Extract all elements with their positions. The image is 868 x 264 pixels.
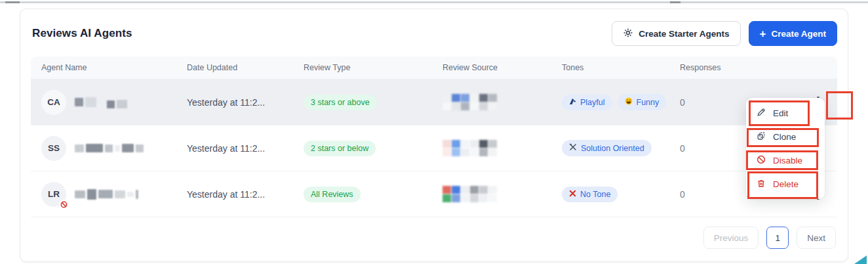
window-top-edge <box>0 1 868 3</box>
top-edge-mark <box>5 1 20 3</box>
review-type-cell: 2 stars or below <box>293 141 432 156</box>
redacted-review-source <box>443 140 497 156</box>
column-header-review-type: Review Type <box>293 63 432 72</box>
reviews-agents-card: Reviews AI Agents Create Starter Agents … <box>20 9 848 262</box>
create-agent-button[interactable]: + Create Agent <box>749 21 837 46</box>
tone-badge: Funny <box>618 94 667 110</box>
ban-icon <box>757 155 766 166</box>
column-header-date-updated: Date Updated <box>176 63 293 72</box>
tones-cell: Solution Oriented <box>551 140 669 156</box>
avatar: SS <box>41 136 66 161</box>
agents-table: Agent Name Date Updated Review Type Revi… <box>31 56 837 258</box>
tone-badge: Solution Oriented <box>562 140 652 156</box>
review-source-cell <box>432 140 551 156</box>
table-row: LR Yesterday at 11:2... All <box>31 171 837 217</box>
page-number-button[interactable]: 1 <box>766 227 789 249</box>
header-actions: Create Starter Agents + Create Agent <box>612 21 837 46</box>
create-agent-label: Create Agent <box>771 29 826 39</box>
avatar: CA <box>41 90 66 115</box>
menu-item-delete[interactable]: Delete <box>746 172 825 196</box>
tones-cell: Playful Funny <box>551 94 669 110</box>
review-type-badge: 3 stars or above <box>304 95 377 110</box>
date-updated-cell: Yesterday at 11:2... <box>176 143 293 154</box>
page-title: Reviews AI Agents <box>32 27 132 40</box>
redacted-name <box>75 144 144 152</box>
avatar-initials: CA <box>47 97 60 107</box>
avatar-initials: SS <box>48 143 60 153</box>
redacted-name <box>75 189 138 200</box>
redacted-review-source <box>443 94 497 110</box>
review-type-cell: 3 stars or above <box>293 95 432 110</box>
menu-item-disable[interactable]: Disable <box>746 148 825 172</box>
column-header-review-source: Review Source <box>432 63 551 72</box>
next-page-button[interactable]: Next <box>797 227 836 249</box>
table-row: CA Yesterday at 11:2... 3 stars or above <box>31 79 837 125</box>
top-edge-mark <box>670 1 681 3</box>
copy-icon <box>757 131 766 143</box>
red-x-icon <box>569 190 576 199</box>
pagination: Previous 1 Next <box>31 217 837 258</box>
corner-cursor-artifact <box>854 255 867 264</box>
hammer-wrench-icon <box>569 143 577 153</box>
laughing-face-icon <box>625 97 633 107</box>
tones-cell: No Tone <box>551 187 669 202</box>
column-header-agent-name: Agent Name <box>31 63 176 72</box>
agent-name-cell: LR <box>31 182 176 207</box>
date-updated-cell: Yesterday at 11:2... <box>176 97 293 108</box>
create-starter-agents-label: Create Starter Agents <box>639 29 729 39</box>
plus-icon: + <box>760 28 766 39</box>
create-starter-agents-button[interactable]: Create Starter Agents <box>612 21 740 46</box>
previous-page-button[interactable]: Previous <box>703 227 759 249</box>
avatar: LR <box>41 182 66 207</box>
review-type-badge: 2 stars or below <box>304 141 376 156</box>
redacted-name <box>75 97 127 108</box>
agent-name-cell: CA <box>31 90 176 115</box>
column-header-tones: Tones <box>551 63 669 72</box>
row-actions-context-menu: Edit Clone Disable Delete <box>746 98 825 199</box>
trash-icon <box>757 179 766 190</box>
tone-badge: No Tone <box>562 187 618 202</box>
redacted-review-source <box>443 186 497 202</box>
menu-item-clone[interactable]: Clone <box>746 125 825 148</box>
avatar-initials: LR <box>48 189 60 199</box>
menu-item-edit[interactable]: Edit <box>746 101 825 125</box>
card-header: Reviews AI Agents Create Starter Agents … <box>20 9 848 56</box>
tone-badge: Playful <box>562 95 612 110</box>
pencil-icon <box>757 108 766 119</box>
date-updated-cell: Yesterday at 11:2... <box>176 189 293 200</box>
slide-icon <box>569 98 576 107</box>
disabled-ban-icon <box>59 200 69 209</box>
review-source-cell <box>432 186 551 202</box>
table-header-row: Agent Name Date Updated Review Type Revi… <box>31 56 837 79</box>
agent-name-cell: SS <box>31 136 176 161</box>
review-source-cell <box>432 94 551 110</box>
review-type-badge: All Reviews <box>304 187 361 202</box>
table-row: SS Yesterday at 11:2... 2 stars or below <box>31 125 837 171</box>
gear-icon <box>623 28 633 40</box>
column-header-responses: Responses <box>669 63 837 72</box>
review-type-cell: All Reviews <box>293 187 432 202</box>
